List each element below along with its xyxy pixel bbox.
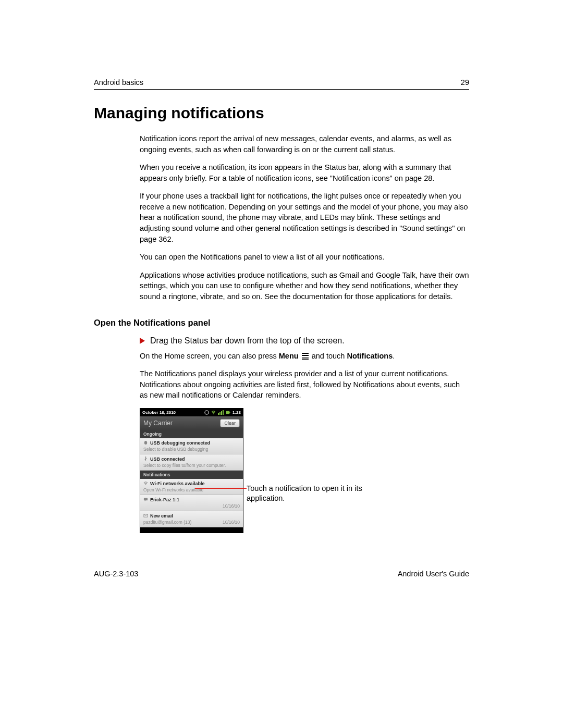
- bug-icon: [143, 440, 148, 445]
- status-time: 1:23: [232, 410, 241, 415]
- callout-line: [195, 488, 247, 489]
- sync-icon: [204, 410, 209, 415]
- notification-item[interactable]: Wi-Fi networks available Open Wi-Fi netw…: [140, 479, 243, 495]
- notif-sub: Select to disable USB debugging: [143, 447, 208, 452]
- svg-point-6: [145, 485, 146, 486]
- notification-item[interactable]: USB debugging connected Select to disabl…: [140, 438, 243, 454]
- notification-item[interactable]: New email pazditu@gmail.com (13)10/16/10: [140, 511, 243, 527]
- wifi-small-icon: [143, 481, 148, 486]
- wifi-icon: [211, 410, 216, 415]
- callout-text: Touch a notification to open it in its a…: [247, 484, 362, 503]
- doc-title: Android User's Guide: [398, 570, 469, 578]
- menu-label: Menu: [279, 352, 299, 360]
- text-fragment: .: [393, 352, 395, 360]
- notif-date: 10/16/10: [223, 520, 240, 525]
- notifications-header: Notifications: [140, 471, 243, 479]
- notification-item[interactable]: Erick-Paz 1:1 10/16/10: [140, 495, 243, 511]
- phone-bottom-bar: [140, 527, 243, 533]
- section-name: Android basics: [94, 78, 143, 87]
- intro-paragraphs: Notification icons report the arrival of…: [140, 133, 469, 302]
- usb-icon: [143, 456, 148, 461]
- page-footer: AUG-2.3-103 Android User's Guide: [94, 570, 469, 578]
- notif-title: USB connected: [150, 456, 185, 462]
- menu-icon: [302, 352, 309, 361]
- paragraph: You can open the Notifications panel to …: [140, 252, 469, 263]
- svg-point-1: [213, 413, 214, 414]
- notif-title: USB debugging connected: [150, 440, 210, 446]
- notif-sub: Open Wi-Fi networks available: [143, 487, 203, 492]
- clear-button[interactable]: Clear: [220, 419, 240, 427]
- paragraph: If your phone uses a trackball light for…: [140, 191, 469, 244]
- text-fragment: On the Home screen, you can also press: [140, 352, 279, 360]
- step-text: Drag the Status bar down from the top of…: [150, 336, 345, 346]
- paragraph: Applications whose activities produce no…: [140, 270, 469, 302]
- step-arrow-icon: [140, 338, 145, 344]
- status-date: October 16, 2010: [142, 410, 176, 415]
- carrier-name: My Carrier: [143, 419, 173, 427]
- phone-screenshot: October 16, 2010 1:23 My Carrier Clear O…: [140, 408, 243, 533]
- document-page: Android basics 29 Managing notifications…: [0, 0, 563, 609]
- page-number: 29: [461, 78, 469, 87]
- doc-id: AUG-2.3-103: [94, 570, 138, 578]
- page-header: Android basics 29: [94, 78, 469, 90]
- text-fragment: and touch: [310, 352, 347, 360]
- svg-point-4: [144, 441, 147, 445]
- paragraph: When you receive a notification, its ico…: [140, 162, 469, 183]
- notif-title: Erick-Paz 1:1: [150, 497, 179, 502]
- notification-item[interactable]: USB connected Select to copy files to/fr…: [140, 454, 243, 471]
- step-item: Drag the Status bar down from the top of…: [140, 336, 469, 346]
- subheading: Open the Notifications panel: [94, 318, 469, 328]
- svg-rect-3: [229, 412, 230, 413]
- notif-sub: Select to copy files to/from your comput…: [143, 463, 226, 468]
- notif-title: Wi-Fi networks available: [150, 481, 204, 486]
- carrier-row: My Carrier Clear: [140, 416, 243, 430]
- svg-rect-7: [144, 498, 148, 501]
- svg-point-0: [205, 411, 209, 414]
- mail-icon: [143, 513, 148, 518]
- ongoing-header: Ongoing: [140, 430, 243, 438]
- notif-title: New email: [150, 513, 173, 519]
- svg-rect-2: [226, 411, 229, 414]
- notifications-label: Notifications: [347, 352, 393, 360]
- notif-date: 10/16/10: [223, 503, 240, 509]
- status-bar: October 16, 2010 1:23: [140, 409, 243, 416]
- svg-point-5: [145, 456, 146, 458]
- status-icons: 1:23: [204, 410, 241, 415]
- paragraph: The Notifications panel displays your wi…: [140, 368, 469, 401]
- paragraph: Notification icons report the arrival of…: [140, 133, 469, 155]
- chat-icon: [143, 497, 148, 502]
- page-title: Managing notifications: [94, 104, 469, 122]
- callout: Touch a notification to open it in its a…: [247, 484, 382, 504]
- notif-sub: pazditu@gmail.com (13): [143, 520, 191, 525]
- battery-icon: [226, 410, 230, 415]
- signal-icon: [218, 410, 224, 415]
- paragraph: On the Home screen, you can also press M…: [140, 351, 469, 362]
- phone-illustration-row: October 16, 2010 1:23 My Carrier Clear O…: [140, 408, 469, 533]
